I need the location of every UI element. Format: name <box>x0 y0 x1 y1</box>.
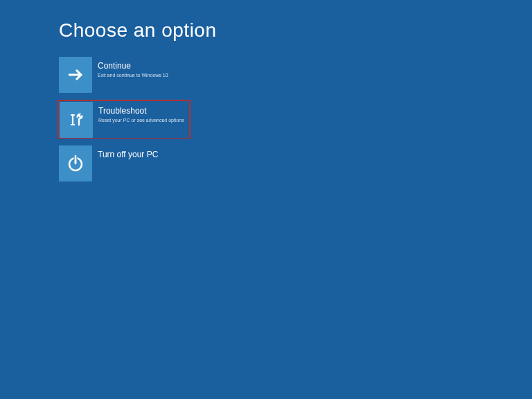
arrow-right-icon <box>59 57 92 93</box>
page-title: Choose an option <box>59 19 532 42</box>
option-power-off-content: Turn off your PC <box>92 145 189 181</box>
option-subtitle: Reset your PC or see advanced options <box>98 117 188 123</box>
power-icon <box>59 145 92 181</box>
main-container: Choose an option Continue Exit and conti… <box>0 0 532 181</box>
option-title: Troubleshoot <box>98 106 188 116</box>
option-troubleshoot[interactable]: Troubleshoot Reset your PC or see advanc… <box>57 100 190 139</box>
tools-icon <box>60 102 93 138</box>
option-subtitle: Exit and continue to Windows 10 <box>98 72 189 78</box>
option-troubleshoot-content: Troubleshoot Reset your PC or see advanc… <box>93 102 188 138</box>
option-title: Turn off your PC <box>98 150 189 159</box>
option-title: Continue <box>98 61 189 71</box>
option-continue-content: Continue Exit and continue to Windows 10 <box>92 57 189 93</box>
option-continue[interactable]: Continue Exit and continue to Windows 10 <box>59 57 189 93</box>
option-power-off[interactable]: Turn off your PC <box>59 145 189 181</box>
